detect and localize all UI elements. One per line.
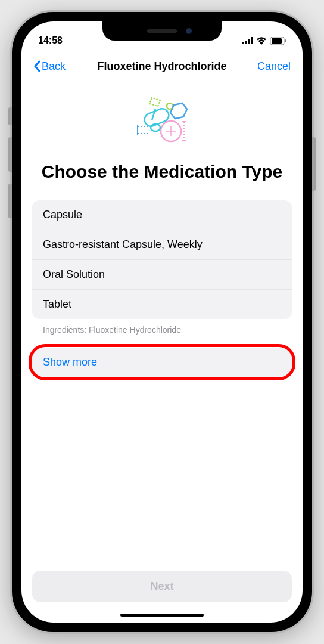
heading: Choose the Medication Type — [32, 161, 292, 182]
medication-type-list: Capsule Gastro-resistant Capsule, Weekly… — [32, 200, 292, 319]
show-more-container: Show more — [32, 348, 292, 377]
screen: 14:58 Back Fluoxetine Hydrochloride Canc… — [21, 21, 303, 623]
svg-line-8 — [152, 109, 155, 120]
signal-icon — [242, 37, 253, 44]
content: Choose the Medication Type Capsule Gastr… — [21, 81, 303, 623]
wifi-icon — [256, 37, 267, 45]
notch — [102, 21, 222, 41]
show-more-button[interactable]: Show more — [32, 348, 292, 377]
medication-type-option[interactable]: Gastro-resistant Capsule, Weekly — [32, 230, 292, 260]
back-button[interactable]: Back — [33, 60, 66, 73]
svg-rect-1 — [245, 41, 247, 44]
medication-type-option[interactable]: Tablet — [32, 290, 292, 319]
ingredients-value: Fluoxetine Hydrochloride — [89, 325, 181, 335]
phone-side-button-right — [312, 137, 316, 191]
svg-rect-3 — [251, 37, 253, 44]
svg-rect-6 — [285, 39, 286, 42]
medication-type-option[interactable]: Capsule — [32, 200, 292, 230]
chevron-left-icon — [33, 60, 40, 72]
cancel-button[interactable]: Cancel — [257, 60, 291, 73]
next-button[interactable]: Next — [32, 571, 292, 602]
home-indicator[interactable] — [120, 614, 204, 617]
svg-rect-5 — [272, 38, 282, 44]
svg-rect-7 — [142, 107, 170, 128]
page-title: Fluoxetine Hydrochloride — [97, 60, 226, 73]
back-label: Back — [42, 60, 66, 73]
svg-rect-2 — [248, 39, 250, 44]
status-time: 14:58 — [38, 35, 63, 46]
phone-frame: 14:58 Back Fluoxetine Hydrochloride Canc… — [12, 12, 312, 632]
ingredients-text: Ingredients: Fluoxetine Hydrochloride — [32, 319, 292, 335]
nav-bar: Back Fluoxetine Hydrochloride Cancel — [21, 51, 303, 81]
ingredients-label: Ingredients: — [43, 325, 86, 335]
phone-side-buttons-left — [8, 107, 12, 230]
svg-rect-0 — [242, 42, 244, 44]
medication-illustration — [32, 81, 292, 161]
medication-type-option[interactable]: Oral Solution — [32, 260, 292, 290]
battery-icon — [270, 37, 286, 45]
